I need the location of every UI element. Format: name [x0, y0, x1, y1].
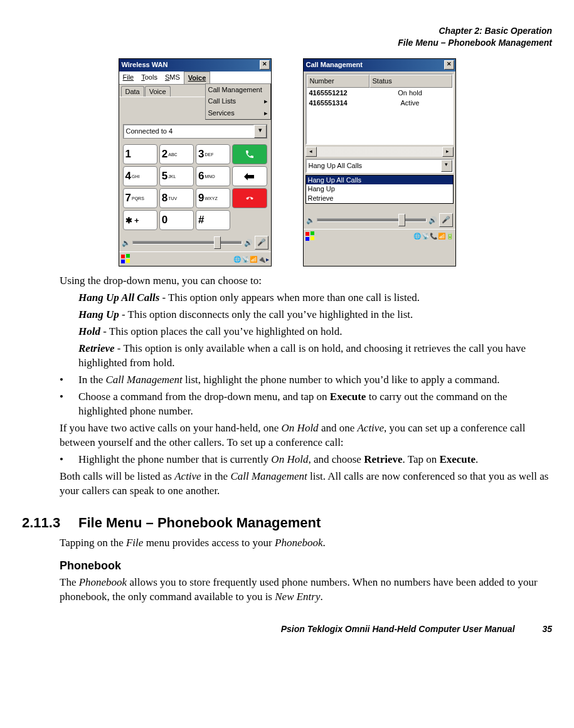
- horizontal-scrollbar[interactable]: ◂ ▸: [306, 147, 454, 157]
- menu-file[interactable]: File: [119, 71, 138, 84]
- taskbar: 🌐 📡 📞 📶 🔋: [304, 229, 455, 243]
- key-0[interactable]: 0: [159, 210, 194, 230]
- tray-icon[interactable]: 📶: [250, 255, 257, 264]
- svg-rect-5: [311, 231, 314, 235]
- speaker-loud-icon: 🔊: [244, 238, 253, 248]
- table-row[interactable]: 4165551314 Active: [307, 98, 452, 108]
- tab-data[interactable]: Data: [121, 86, 144, 97]
- arrow-left-icon: ⬅: [244, 168, 255, 185]
- menu-services[interactable]: Services▸: [206, 107, 270, 119]
- action-combo[interactable]: Hang Up All Calls ▾: [306, 159, 454, 173]
- menu-tools[interactable]: Tools: [137, 71, 161, 84]
- scroll-left-icon[interactable]: ◂: [306, 147, 317, 157]
- section-heading: 2.11.3 File Menu – Phonebook Management: [22, 514, 552, 532]
- grid-header: Number Status: [307, 75, 452, 88]
- combo-value: Hang Up All Calls: [307, 160, 441, 172]
- system-tray: 🌐 📡 📞 📶 🔋: [413, 232, 454, 241]
- speaker-mute-icon: 🔈: [306, 216, 315, 225]
- combo-dropdown: Hang Up All Calls Hang Up Retrieve: [306, 175, 454, 204]
- status-button[interactable]: ▾: [254, 125, 267, 138]
- key-call[interactable]: [232, 144, 267, 164]
- section-para-1: Tapping on the File menu provides access…: [60, 536, 552, 551]
- cell-status: Active: [368, 98, 452, 108]
- menu-sms[interactable]: SMS: [161, 71, 184, 84]
- speaker-mute-icon: 🔈: [122, 238, 130, 248]
- header-chapter: Chapter 2: Basic Operation: [22, 25, 552, 37]
- keypad: 1 2ABC 3DEF 4GHI 5JKL 6MNO ⬅ 7PQRS 8TUV …: [119, 142, 271, 234]
- tab-voice[interactable]: Voice: [145, 86, 171, 97]
- wireless-wan-window: Wireless WAN ✕ File Tools SMS Voice Call…: [119, 58, 272, 267]
- key-4[interactable]: 4GHI: [123, 166, 157, 186]
- menu-call-lists[interactable]: Call Lists▸: [206, 95, 270, 107]
- combo-option[interactable]: Hang Up All Calls: [306, 176, 453, 185]
- table-row[interactable]: 4165551212 On hold: [307, 88, 452, 98]
- tray-icon[interactable]: 🔋: [446, 232, 454, 241]
- subheading-phonebook: Phonebook: [60, 558, 552, 573]
- chevron-down-icon[interactable]: ▾: [441, 160, 452, 172]
- cell-status: On hold: [368, 88, 452, 98]
- tray-icon[interactable]: 📶: [438, 232, 445, 241]
- svg-rect-2: [121, 260, 125, 263]
- svg-rect-6: [306, 237, 309, 241]
- menu-voice[interactable]: Voice: [184, 71, 211, 84]
- key-backspace[interactable]: ⬅: [232, 166, 267, 186]
- key-3[interactable]: 3DEF: [196, 144, 230, 164]
- key-2[interactable]: 2ABC: [159, 144, 194, 164]
- tray-icon[interactable]: 🌐: [413, 232, 421, 241]
- svg-rect-4: [306, 232, 309, 236]
- page-number: 35: [542, 624, 552, 634]
- window-title: Wireless WAN: [122, 60, 168, 70]
- call-management-window: Call Management ✕ Number Status 41655512…: [303, 58, 456, 267]
- phone-icon: [245, 149, 255, 159]
- volume-row: 🔈 🔊 🎤: [304, 211, 455, 229]
- mic-button[interactable]: 🎤: [439, 213, 453, 227]
- windows-flag-icon[interactable]: [306, 231, 316, 241]
- key-hangup[interactable]: [232, 188, 267, 208]
- bullet-icon: •: [60, 373, 78, 388]
- combo-option[interactable]: Hang Up: [306, 184, 453, 194]
- speaker-loud-icon: 🔊: [428, 216, 437, 225]
- combo-option[interactable]: Retrieve: [306, 194, 453, 203]
- phonebook-para: The Phonebook allows you to store freque…: [60, 576, 552, 604]
- option-hang-up-all: Hang Up All Calls - This option only app…: [78, 291, 552, 305]
- key-hash[interactable]: #: [196, 210, 230, 230]
- key-8[interactable]: 8TUV: [159, 188, 194, 208]
- bullet-item: • Choose a command from the drop-down me…: [60, 390, 552, 419]
- svg-rect-1: [126, 254, 130, 258]
- tray-icon[interactable]: 📡: [422, 232, 429, 241]
- option-hold: Hold - This option places the call you’v…: [78, 325, 552, 339]
- col-number[interactable]: Number: [307, 75, 369, 88]
- tray-arrow-icon[interactable]: ▸: [266, 255, 269, 264]
- svg-rect-0: [121, 255, 125, 258]
- section-title: File Menu – Phonebook Management: [78, 514, 321, 532]
- windows-flag-icon[interactable]: [121, 254, 131, 264]
- key-1[interactable]: 1: [123, 144, 157, 164]
- col-status[interactable]: Status: [369, 75, 452, 88]
- menu-call-management[interactable]: Call Management: [206, 84, 270, 96]
- status-box: Connected to 4 ▾: [123, 124, 267, 139]
- cell-number: 4165551212: [307, 88, 368, 98]
- svg-rect-3: [126, 259, 130, 263]
- key-star[interactable]: ✱ +: [123, 210, 157, 230]
- system-tray: 🌐 📡 📶 🔌 ▸: [233, 255, 269, 264]
- key-7[interactable]: 7PQRS: [123, 188, 157, 208]
- volume-slider[interactable]: [132, 241, 242, 245]
- volume-slider[interactable]: [317, 218, 427, 222]
- close-icon[interactable]: ✕: [444, 60, 454, 70]
- tray-icon[interactable]: 🌐: [233, 255, 241, 264]
- key-5[interactable]: 5JKL: [159, 166, 194, 186]
- key-9[interactable]: 9WXYZ: [196, 188, 230, 208]
- figure-row: Wireless WAN ✕ File Tools SMS Voice Call…: [22, 58, 552, 267]
- intro-para: Using the drop-down menu, you can choose…: [60, 274, 552, 288]
- voice-submenu: Call Management Call Lists▸ Services▸: [205, 83, 271, 120]
- tray-icon[interactable]: 📡: [242, 255, 249, 264]
- mic-button[interactable]: 🎤: [255, 236, 268, 250]
- status-text: Connected to 4: [124, 125, 254, 138]
- tray-icon[interactable]: 📞: [430, 232, 437, 241]
- key-6[interactable]: 6MNO: [196, 166, 230, 186]
- body-text: Using the drop-down menu, you can choose…: [60, 274, 552, 604]
- option-retrieve: Retrieve - This option is only available…: [78, 342, 552, 371]
- close-icon[interactable]: ✕: [260, 60, 270, 70]
- scroll-right-icon[interactable]: ▸: [442, 147, 454, 157]
- tray-icon[interactable]: 🔌: [258, 255, 265, 264]
